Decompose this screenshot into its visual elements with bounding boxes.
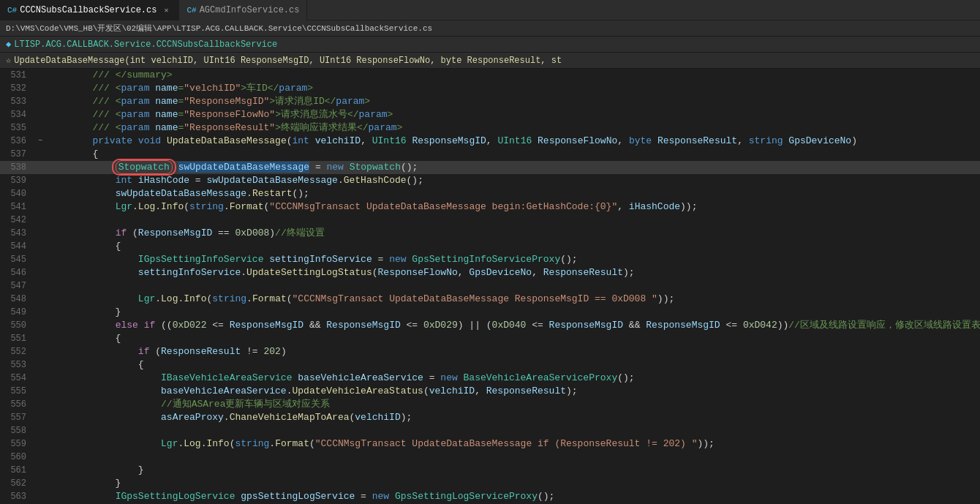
code-line: 538 Stopwatch swUpdateDataBaseMessage = … (0, 161, 980, 174)
line-number: 536 (0, 135, 35, 148)
line-number: 541 (0, 200, 35, 214)
line-number: 537 (0, 148, 35, 161)
line-content: IBaseVehicleAreaService baseVehicleAreaS… (45, 372, 980, 385)
line-content: //通知ASArea更新车辆与区域对应关系 (45, 398, 980, 411)
line-content: Lgr.Log.Info(string.Format("CCCNMsgTrans… (45, 200, 980, 214)
line-number: 531 (0, 69, 35, 82)
line-number: 549 (0, 306, 35, 319)
breadcrumb-path: D:\VMS\Code\VMS_HB\开发区\02编辑\APP\LTISP.AC… (6, 23, 432, 34)
code-line: 532 /// <param name="velchiID">车ID</para… (0, 82, 980, 95)
tab-icon-agc: C# (186, 6, 196, 15)
tab-icon-cccn: C# (7, 6, 17, 15)
line-number: 559 (0, 437, 35, 451)
method-breadcrumb-bar: ☆ UpdateDataBaseMessage(int velchiID, UI… (0, 53, 980, 69)
code-line: 534 /// <param name="ResponseFlowNo">请求消… (0, 108, 980, 121)
line-number: 561 (0, 464, 35, 477)
line-number: 532 (0, 82, 35, 95)
code-line: 548 Lgr.Log.Info(string.Format("CCCNMsgT… (0, 293, 980, 306)
code-line: 536− private void UpdateDataBaseMessage(… (0, 135, 980, 148)
line-content: } (45, 306, 980, 319)
line-number: 558 (0, 424, 35, 437)
code-line: 545 IGpsSettingInfoService settingInfoSe… (0, 253, 980, 266)
tab-cccn[interactable]: C# CCCNSubsCallbackService.cs ✕ (0, 0, 179, 20)
code-line: 547 (0, 279, 980, 293)
line-number: 538 (0, 161, 35, 174)
line-number: 553 (0, 358, 35, 372)
editor-container: C# CCCNSubsCallbackService.cs ✕ C# AGCmd… (0, 0, 980, 504)
method-label: UpdateDataBaseMessage(int velchiID, UInt… (14, 56, 562, 66)
line-content: /// <param name="velchiID">车ID</param> (45, 82, 980, 95)
line-content: if (ResponseMsgID == 0xD008)//终端设置 (45, 227, 980, 240)
code-line: 560 (0, 451, 980, 464)
line-number: 535 (0, 121, 35, 135)
code-line: 553 { (0, 358, 980, 372)
line-content: Lgr.Log.Info(string.Format("CCCNMsgTrans… (45, 437, 980, 451)
method-icon: ☆ (6, 55, 11, 66)
line-number: 544 (0, 240, 35, 253)
line-content: /// <param name="ResponseFlowNo">请求消息流水号… (45, 108, 980, 121)
namespace-icon: ◆ (6, 39, 11, 50)
code-line: 562 } (0, 477, 980, 490)
tab-label-cccn: CCCNSubsCallbackService.cs (20, 5, 157, 15)
code-line: 540 swUpdateDataBaseMessage.Restart(); (0, 187, 980, 200)
line-content: IGpsSettingLogService gpsSettingLogServi… (45, 490, 980, 503)
line-number: 556 (0, 398, 35, 411)
line-content: { (45, 358, 980, 372)
tab-label-agc: AGCmdInfoService.cs (200, 5, 300, 15)
line-number: 545 (0, 253, 35, 266)
line-number: 533 (0, 95, 35, 108)
breadcrumb-bar: D:\VMS\Code\VMS_HB\开发区\02编辑\APP\LTISP.AC… (0, 20, 980, 37)
code-line: 552 if (ResponseResult != 202) (0, 345, 980, 358)
line-content: Stopwatch swUpdateDataBaseMessage = new … (45, 161, 980, 174)
line-content: IGpsSettingInfoService settingInfoServic… (45, 253, 980, 266)
line-content: /// </summary> (45, 69, 980, 82)
code-line: 537 { (0, 148, 980, 161)
code-line: 546 settingInfoService.UpdateSettingLogS… (0, 266, 980, 279)
line-number: 554 (0, 372, 35, 385)
line-content: int iHashCode = swUpdateDataBaseMessage.… (45, 174, 980, 187)
code-line: 542 (0, 214, 980, 227)
line-content: else if ((0xD022 <= ResponseMsgID && Res… (45, 319, 980, 332)
line-number: 560 (0, 451, 35, 464)
code-line: 541 Lgr.Log.Info(string.Format("CCCNMsgT… (0, 200, 980, 214)
code-line: 539 int iHashCode = swUpdateDataBaseMess… (0, 174, 980, 187)
code-line: 551 { (0, 332, 980, 345)
code-line: 543 if (ResponseMsgID == 0xD008)//终端设置 (0, 227, 980, 240)
line-content: settingInfoService.UpdateSettingLogStatu… (45, 266, 980, 279)
line-number: 539 (0, 174, 35, 187)
code-line: 533 /// <param name="ResponseMsgID">请求消息… (0, 95, 980, 108)
line-content: if (ResponseResult != 202) (45, 345, 980, 358)
line-number: 550 (0, 319, 35, 332)
line-content: /// <param name="ResponseResult">终端响应请求结… (45, 121, 980, 135)
line-number: 540 (0, 187, 35, 200)
line-content: Lgr.Log.Info(string.Format("CCCNMsgTrans… (45, 293, 980, 306)
code-line: 561 } (0, 464, 980, 477)
line-content: /// <param name="ResponseMsgID">请求消息ID</… (45, 95, 980, 108)
line-number: 548 (0, 293, 35, 306)
line-number: 562 (0, 477, 35, 490)
tab-agc[interactable]: C# AGCmdInfoService.cs (179, 0, 307, 20)
line-number: 563 (0, 490, 35, 503)
code-line: 535 /// <param name="ResponseResult">终端响… (0, 121, 980, 135)
tab-close-cccn[interactable]: ✕ (161, 5, 171, 15)
code-line: 559 Lgr.Log.Info(string.Format("CCCNMsgT… (0, 437, 980, 451)
code-line: 563 IGpsSettingLogService gpsSettingLogS… (0, 490, 980, 503)
namespace-breadcrumb-bar: ◆ LTISP.ACG.CALLBACK.Service.CCCNSubsCal… (0, 37, 980, 53)
line-number: 547 (0, 279, 35, 293)
code-line: 550 else if ((0xD022 <= ResponseMsgID &&… (0, 319, 980, 332)
line-content: { (45, 148, 980, 161)
line-number: 555 (0, 385, 35, 398)
line-expand[interactable]: − (35, 135, 45, 148)
line-content: swUpdateDataBaseMessage.Restart(); (45, 187, 980, 200)
code-line: 556 //通知ASArea更新车辆与区域对应关系 (0, 398, 980, 411)
tab-bar: C# CCCNSubsCallbackService.cs ✕ C# AGCmd… (0, 0, 980, 20)
line-number: 534 (0, 108, 35, 121)
code-lines: 531 /// </summary>532 /// <param name="v… (0, 69, 980, 504)
code-line: 544 { (0, 240, 980, 253)
code-area[interactable]: 531 /// </summary>532 /// <param name="v… (0, 69, 980, 504)
line-content: baseVehicleAreaService.UpdateVehicleArea… (45, 385, 980, 398)
line-number: 542 (0, 214, 35, 227)
line-number: 552 (0, 345, 35, 358)
code-line: 555 baseVehicleAreaService.UpdateVehicle… (0, 385, 980, 398)
code-line: 557 asAreaProxy.ChaneVehicleMapToArea(ve… (0, 411, 980, 424)
